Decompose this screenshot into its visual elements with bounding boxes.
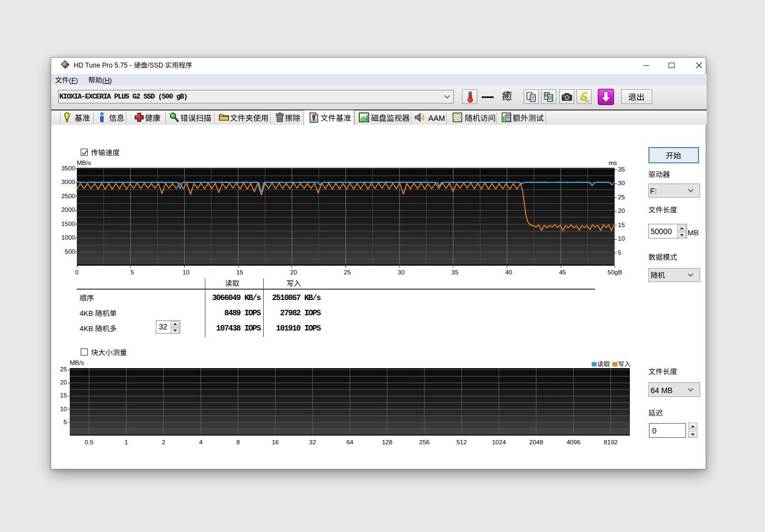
svg-text:HD Tune Pro 5.75 -: HD Tune Pro 5.75 - [74, 62, 132, 69]
svg-text:/SSD: /SSD [148, 62, 163, 69]
svg-text:4KB: 4KB [80, 325, 93, 333]
svg-text:): ) [76, 76, 78, 84]
svg-text:AAM: AAM [428, 114, 445, 123]
svg-text:H: H [105, 76, 110, 84]
svg-text:F: F [71, 76, 76, 84]
svg-text:4KB: 4KB [80, 309, 93, 317]
svg-text:): ) [110, 76, 112, 84]
